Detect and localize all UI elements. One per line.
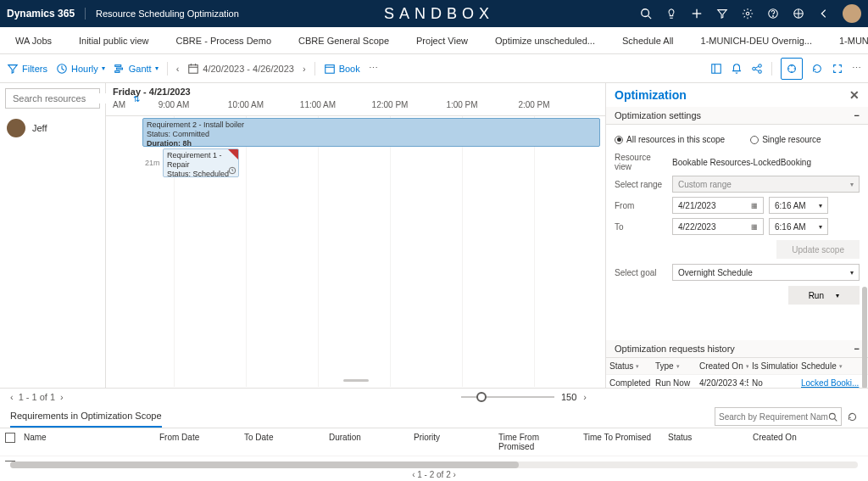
target-icon[interactable] (792, 7, 805, 20)
requirements-table: Name From Date To Date Duration Priority… (0, 428, 868, 461)
col-created-on[interactable]: Created On (748, 428, 868, 456)
expand-icon[interactable] (832, 63, 843, 75)
topbar-icons (639, 4, 861, 23)
filters-button[interactable]: Filters (7, 63, 47, 75)
col-from-date[interactable]: From Date (154, 428, 239, 456)
run-button[interactable]: Run▾ (788, 286, 860, 305)
col-schedule[interactable]: Schedule▾ (798, 358, 868, 374)
optimization-panel-toggle[interactable] (781, 58, 803, 80)
svg-rect-13 (116, 68, 122, 70)
svg-point-25 (759, 70, 762, 73)
share-icon[interactable] (751, 63, 763, 75)
resource-search[interactable]: ⇅ (5, 88, 100, 109)
pager-prev[interactable]: ‹ (10, 392, 14, 402)
search-icon[interactable] (639, 7, 653, 20)
col-time-from-promised[interactable]: Time From Promised (493, 428, 578, 456)
zoom-slider[interactable] (461, 396, 554, 398)
splitter-handle[interactable] (343, 379, 369, 382)
to-time-picker[interactable]: 6:16 AM▾ (769, 218, 828, 235)
view-tabs: WA Jobs✕ Initial public view✕ CBRE - Pro… (0, 27, 868, 54)
col-type[interactable]: Type▾ (652, 358, 696, 374)
svg-point-24 (759, 64, 762, 67)
back-icon[interactable] (817, 7, 831, 20)
svg-line-1 (648, 16, 652, 20)
next-date-button[interactable]: › (303, 64, 306, 74)
requirements-pager: ‹ 1 - 2 of 2 › (0, 468, 868, 481)
requirement-search[interactable] (715, 407, 842, 426)
resource-row[interactable]: Jeff (0, 114, 105, 143)
lock-indicator-icon (228, 149, 238, 159)
lightbulb-icon[interactable] (665, 7, 678, 20)
svg-line-33 (835, 418, 837, 421)
tab-cbre-general[interactable]: CBRE General Scope✕ (290, 27, 408, 53)
booking-requirement-1[interactable]: Requirement 1 - Repair Status: Scheduled… (163, 148, 239, 177)
prev-date-button[interactable]: ‹ (176, 64, 180, 74)
collapse-settings-button[interactable]: − (854, 110, 860, 120)
to-date-picker[interactable]: 4/22/2023▦ (672, 218, 764, 235)
tab-initial-public[interactable]: Initial public view✕ (70, 27, 168, 53)
book-button[interactable]: Book (324, 63, 360, 75)
tab-wa-jobs[interactable]: WA Jobs✕ (7, 27, 70, 53)
panel-scrollbar[interactable] (862, 287, 867, 388)
close-panel-button[interactable]: ✕ (849, 88, 860, 102)
col-created[interactable]: Created On▾ (696, 358, 748, 374)
date-range-picker[interactable]: 4/20/2023 - 4/26/2023 (187, 63, 294, 75)
history-row[interactable]: CompletedRun Now4/20/2023 4:5...NoLocked… (606, 375, 868, 388)
user-avatar[interactable] (843, 4, 861, 23)
day-label: Friday - 4/21/2023 (106, 83, 605, 100)
resource-name: Jeff (32, 123, 47, 133)
zoom-value: 150 (561, 392, 576, 402)
help-icon[interactable] (766, 7, 780, 20)
col-duration[interactable]: Duration (324, 428, 409, 456)
hourly-dropdown[interactable]: Hourly▾ (56, 63, 105, 75)
more-toolbar-button[interactable]: ⋯ (369, 63, 378, 74)
tab-optimize-unscheduled[interactable]: Optimize unscheduled...✕ (487, 27, 614, 53)
collapse-history-button[interactable]: − (854, 344, 860, 354)
svg-point-0 (642, 9, 649, 17)
booking-requirement-2[interactable]: Requirement 2 - Install boiler Status: C… (142, 118, 600, 147)
col-req-status[interactable]: Status (663, 428, 748, 456)
col-time-to-promised[interactable]: Time To Promised (578, 428, 663, 456)
req-pager-next[interactable]: › (453, 470, 456, 479)
pager-next[interactable]: › (60, 392, 64, 402)
from-time-picker[interactable]: 6:16 AM▾ (769, 197, 828, 214)
tab-project-view[interactable]: Project View✕ (408, 27, 487, 53)
requirement-search-input[interactable] (719, 412, 828, 422)
horizontal-scrollbar[interactable] (10, 461, 858, 468)
from-date-picker[interactable]: 4/21/2023▦ (672, 197, 764, 214)
col-priority[interactable]: Priority (409, 428, 493, 456)
col-status[interactable]: Status▾ (606, 358, 652, 374)
schedule-toolbar: Filters Hourly▾ Gantt▾ ‹ 4/20/2023 - 4/2… (0, 54, 868, 83)
refresh-requirements-icon[interactable] (847, 411, 858, 422)
tab-cbre-process[interactable]: CBRE - Process Demo✕ (168, 27, 290, 53)
radio-single-resource[interactable]: Single resource (750, 135, 821, 144)
col-name[interactable]: Name (19, 428, 154, 456)
svg-rect-12 (115, 64, 121, 66)
refresh-icon[interactable] (811, 63, 823, 75)
tab-schedule-all[interactable]: Schedule All✕ (614, 27, 693, 53)
select-goal-dropdown[interactable]: Overnight Schedule▾ (672, 264, 860, 281)
module-label: Resource Scheduling Optimization (86, 8, 239, 19)
filter-icon[interactable] (715, 7, 729, 20)
tab-munich-overnight[interactable]: 1-MUNICH-DEU Overnig...✕ (693, 27, 831, 53)
toolbar-more-icon[interactable]: ⋯ (852, 63, 861, 74)
zoom-chevron-icon[interactable]: › (583, 392, 587, 402)
svg-point-23 (753, 67, 756, 70)
requirements-tab[interactable]: Requirements in Optimization Scope (10, 405, 162, 428)
add-icon[interactable] (690, 7, 704, 20)
svg-point-32 (829, 413, 835, 419)
select-all-checkbox[interactable] (5, 433, 15, 443)
update-scope-button[interactable]: Update scope (776, 240, 860, 259)
board-settings-icon[interactable] (710, 63, 722, 75)
history-section-header: Optimization requests history (615, 344, 735, 354)
select-range-dropdown[interactable]: Custom range▾ (672, 176, 860, 193)
schedule-canvas[interactable]: Requirement 2 - Install boiler Status: C… (106, 116, 605, 387)
col-simulation[interactable]: Is Simulation▾ (748, 358, 798, 374)
bell-icon[interactable] (731, 63, 743, 75)
col-to-date[interactable]: To Date (239, 428, 324, 456)
pager-info: 1 - 1 of 1 (19, 392, 55, 402)
radio-all-resources[interactable]: All resources in this scope (615, 135, 725, 144)
tab-munich-emergency[interactable]: 1-MUNICH-DEU Emergen...✕ (831, 27, 868, 53)
settings-icon[interactable] (741, 7, 754, 20)
gantt-dropdown[interactable]: Gantt▾ (114, 63, 159, 75)
